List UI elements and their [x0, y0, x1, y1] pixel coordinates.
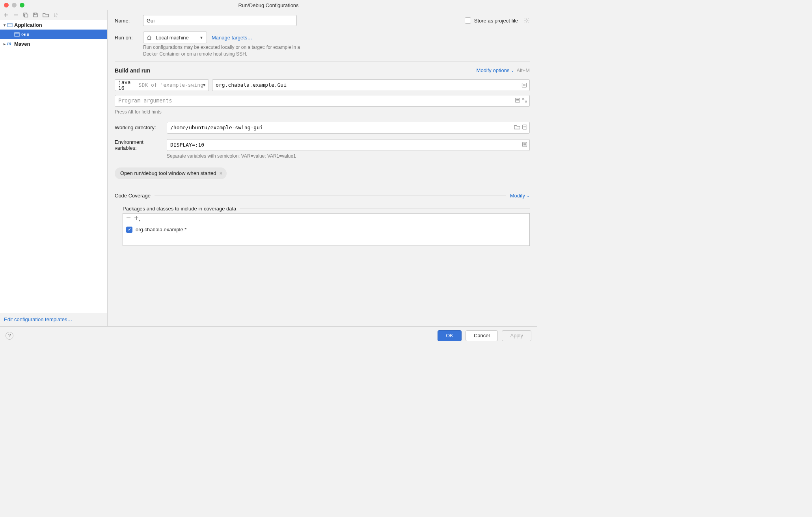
manage-targets-link[interactable]: Manage targets… — [212, 35, 252, 41]
window-title: Run/Debug Configurations — [0, 2, 537, 8]
edit-templates-link[interactable]: Edit configuration templates… — [0, 313, 107, 326]
jre-suffix: SDK of 'example-swing-gui' — [139, 82, 205, 88]
application-icon — [7, 22, 13, 28]
coverage-checkbox[interactable]: ✓ — [126, 227, 132, 233]
list-icon[interactable] — [515, 97, 520, 104]
coverage-toolbar: ▾ — [123, 213, 530, 224]
env-vars-hint: Separate variables with semicolon: VAR=v… — [167, 153, 530, 159]
titlebar: Run/Debug Configurations — [0, 0, 537, 10]
apply-button: Apply — [502, 330, 531, 341]
configuration-tree: ▾ Application Gui ▸ m Maven — [0, 20, 107, 313]
store-as-project-label: Store as project file — [474, 18, 518, 24]
chevron-down-icon[interactable]: ▾ — [2, 23, 7, 27]
run-on-select[interactable]: Local machine ▼ — [143, 32, 207, 43]
svg-rect-6 — [7, 23, 12, 24]
svg-rect-1 — [25, 14, 28, 17]
jre-value: java 16 — [118, 79, 136, 91]
coverage-list: ✓ org.chabala.example.* — [123, 224, 530, 246]
separator — [155, 195, 506, 196]
name-input[interactable] — [143, 15, 297, 26]
tree-node-gui[interactable]: Gui — [0, 30, 107, 39]
option-chip-label: Open run/debug tool window when started — [120, 170, 216, 176]
sidebar-toolbar: az — [0, 10, 107, 20]
modify-link[interactable]: Modify ⌄ — [510, 193, 530, 199]
modify-options-shortcut: Alt+M — [516, 67, 530, 73]
modify-label: Modify — [510, 193, 525, 199]
modify-options-label: Modify options — [477, 67, 510, 73]
svg-text:z: z — [56, 15, 58, 18]
run-on-label: Run on: — [115, 35, 143, 41]
ok-button[interactable]: OK — [438, 330, 462, 341]
modify-options-link[interactable]: Modify options ⌄ — [477, 67, 514, 73]
tree-node-maven[interactable]: ▸ m Maven — [0, 39, 107, 48]
folder-icon[interactable] — [43, 12, 49, 18]
separator — [115, 61, 530, 62]
option-chip[interactable]: Open run/debug tool window when started … — [115, 167, 227, 179]
svg-point-9 — [526, 20, 527, 21]
packages-title: Packages and classes to include in cover… — [123, 206, 236, 212]
expand-icon[interactable] — [522, 97, 527, 104]
chevron-right-icon[interactable]: ▸ — [2, 42, 7, 46]
code-coverage-title: Code Coverage — [115, 193, 151, 199]
add-icon[interactable] — [3, 12, 9, 18]
main-panel: Name: Store as project file Run on: Loca… — [108, 10, 537, 326]
tree-node-label: Application — [14, 22, 42, 28]
run-on-hint: Run configurations may be executed local… — [143, 44, 309, 58]
env-vars-input[interactable] — [167, 139, 530, 151]
jre-select[interactable]: java 16 SDK of 'example-swing-gui' ▼ — [115, 79, 209, 91]
store-as-project-checkbox[interactable] — [465, 17, 471, 24]
coverage-row[interactable]: ✓ org.chabala.example.* — [123, 224, 529, 235]
maven-icon: m — [7, 41, 13, 46]
dialog-footer: ? OK Cancel Apply — [0, 326, 537, 344]
list-icon[interactable] — [521, 82, 527, 88]
gear-icon[interactable] — [523, 17, 530, 24]
chevron-down-icon: ⌄ — [527, 193, 530, 198]
copy-icon[interactable] — [23, 12, 28, 18]
sidebar: az ▾ Application Gui ▸ m Maven Edit conf… — [0, 10, 108, 326]
cancel-button[interactable]: Cancel — [466, 330, 498, 341]
working-directory-label: Working directory: — [115, 125, 167, 130]
add-icon[interactable]: ▾ — [134, 216, 139, 221]
list-icon[interactable] — [522, 124, 527, 131]
coverage-package-label: org.chabala.example.* — [136, 227, 186, 232]
chevron-down-icon: ⌄ — [511, 68, 514, 73]
close-icon[interactable]: × — [220, 170, 223, 177]
chevron-down-icon: ▼ — [203, 83, 205, 87]
chevron-down-icon: ▼ — [199, 35, 203, 40]
svg-rect-2 — [34, 13, 36, 15]
tree-node-application[interactable]: ▾ Application — [0, 20, 107, 30]
folder-icon[interactable] — [514, 124, 520, 131]
list-icon[interactable] — [522, 141, 527, 148]
tree-node-label: Gui — [21, 32, 29, 37]
main-class-value: org.chabala.example.Gui — [216, 82, 287, 88]
sort-icon[interactable]: az — [53, 12, 59, 18]
tree-node-label: Maven — [14, 41, 30, 47]
remove-icon[interactable] — [126, 216, 131, 221]
home-icon — [147, 35, 152, 40]
run-on-value: Local machine — [156, 35, 189, 41]
build-and-run-title: Build and run — [115, 67, 150, 74]
svg-rect-8 — [15, 33, 19, 34]
env-vars-label: Environment variables: — [115, 139, 167, 151]
help-icon[interactable]: ? — [6, 332, 13, 340]
remove-icon[interactable] — [13, 12, 19, 18]
application-icon — [14, 32, 20, 37]
save-icon[interactable] — [33, 12, 38, 18]
separator — [240, 208, 530, 209]
name-label: Name: — [115, 18, 143, 24]
field-hints-label: Press Alt for field hints — [115, 109, 530, 115]
main-class-input[interactable]: org.chabala.example.Gui — [212, 79, 530, 91]
working-directory-input[interactable] — [167, 122, 530, 134]
program-arguments-input[interactable] — [115, 95, 530, 107]
